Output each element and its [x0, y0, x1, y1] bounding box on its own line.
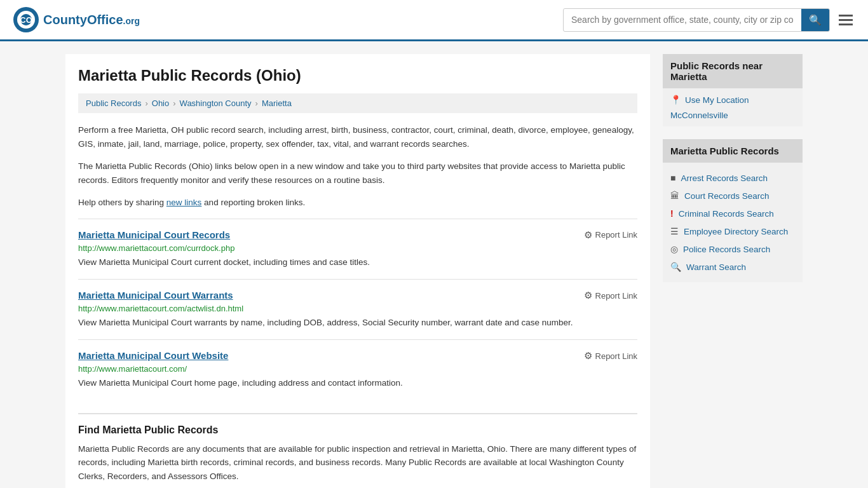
record-list: Marietta Municipal Court Records ⚙ Repor…	[78, 219, 637, 400]
report-icon-0: ⚙	[584, 229, 592, 241]
report-link-button-0[interactable]: ⚙ Report Link	[584, 229, 637, 241]
logo-org: .org	[123, 16, 140, 26]
sidebar-records-title: Marietta Public Records	[663, 139, 803, 163]
desc3-prefix: Help others by sharing	[78, 198, 166, 207]
court-records-search-link[interactable]: Court Records Search	[684, 191, 770, 201]
search-icon: 🔍	[809, 15, 822, 25]
report-link-button-1[interactable]: ⚙ Report Link	[584, 290, 637, 301]
bc-sep-3: ›	[255, 98, 258, 108]
breadcrumb-public-records[interactable]: Public Records	[86, 98, 141, 108]
sidebar-nearby-city: McConnelsville	[670, 110, 795, 120]
report-link-label-2: Report Link	[595, 351, 637, 361]
bc-sep-1: ›	[145, 98, 147, 108]
breadcrumb: Public Records › Ohio › Washington Count…	[78, 93, 637, 113]
bc-sep-2: ›	[173, 98, 175, 108]
page-title: Marietta Public Records (Ohio)	[78, 67, 637, 85]
desc3-suffix: and reporting broken links.	[201, 198, 305, 207]
police-records-icon: ◎	[670, 244, 678, 254]
court-records-icon: 🏛	[670, 191, 679, 201]
record-item-header-1: Marietta Municipal Court Warrants ⚙ Repo…	[78, 290, 637, 301]
new-links-link[interactable]: new links	[166, 198, 202, 207]
sidebar-nearby-content: 📍 Use My Location McConnelsville	[663, 88, 803, 126]
sidebar-link-item-0: ■ Arrest Records Search	[663, 169, 803, 187]
record-title-2: Marietta Municipal Court Website	[78, 350, 228, 361]
search-bar: 🔍	[563, 8, 830, 32]
sidebar-records-box: Marietta Public Records ■ Arrest Records…	[663, 139, 803, 282]
search-button[interactable]: 🔍	[801, 9, 829, 31]
menu-bar-3	[839, 24, 853, 25]
nearby-city-link[interactable]: McConnelsville	[670, 111, 728, 120]
sidebar-link-item-5: 🔍 Warrant Search	[663, 258, 803, 276]
header: CO CountyOffice.org 🔍	[0, 0, 868, 41]
sidebar-link-item-4: ◎ Police Records Search	[663, 240, 803, 258]
warrant-search-link[interactable]: Warrant Search	[686, 262, 746, 272]
description-1: Perform a free Marietta, OH public recor…	[78, 123, 637, 151]
logo-area: CO CountyOffice.org	[13, 6, 140, 33]
warrant-search-icon: 🔍	[670, 262, 681, 272]
record-title-0: Marietta Municipal Court Records	[78, 229, 230, 240]
criminal-records-search-link[interactable]: Criminal Records Search	[679, 209, 774, 219]
main-layout: Marietta Public Records (Ohio) Public Re…	[53, 41, 815, 488]
record-desc-0: View Marietta Municipal Court current do…	[78, 256, 637, 269]
breadcrumb-washington-county[interactable]: Washington County	[180, 98, 252, 108]
sidebar-nearby-box: Public Records near Marietta 📍 Use My Lo…	[663, 54, 803, 126]
find-section-title: Find Marietta Public Records	[78, 424, 637, 436]
record-item-header-2: Marietta Municipal Court Website ⚙ Repor…	[78, 350, 637, 362]
report-icon-1: ⚙	[584, 290, 592, 301]
menu-bar-1	[839, 15, 853, 17]
police-records-search-link[interactable]: Police Records Search	[683, 245, 770, 254]
employee-directory-icon: ☰	[670, 226, 679, 236]
search-input[interactable]	[564, 10, 801, 30]
menu-bar-2	[839, 19, 853, 21]
content-area: Marietta Public Records (Ohio) Public Re…	[65, 54, 650, 488]
svg-text:CO: CO	[20, 15, 32, 25]
record-desc-2: View Marietta Municipal Court home page,…	[78, 377, 637, 390]
record-item-1: Marietta Municipal Court Warrants ⚙ Repo…	[78, 279, 637, 339]
breadcrumb-marietta[interactable]: Marietta	[262, 98, 292, 108]
criminal-records-icon: !	[670, 208, 674, 219]
find-section: Find Marietta Public Records Marietta Pu…	[78, 413, 637, 484]
arrest-records-icon: ■	[670, 173, 675, 183]
record-title-1: Marietta Municipal Court Warrants	[78, 290, 233, 301]
record-item-0: Marietta Municipal Court Records ⚙ Repor…	[78, 219, 637, 279]
record-url-2: http://www.mariettacourt.com/	[78, 364, 637, 374]
sidebar-link-item-3: ☰ Employee Directory Search	[663, 222, 803, 240]
record-link-2[interactable]: Marietta Municipal Court Website	[78, 350, 228, 361]
record-link-1[interactable]: Marietta Municipal Court Warrants	[78, 290, 233, 301]
arrest-records-search-link[interactable]: Arrest Records Search	[681, 173, 768, 183]
sidebar-location: 📍 Use My Location	[670, 95, 795, 105]
sidebar-link-item-2: ! Criminal Records Search	[663, 205, 803, 222]
header-right: 🔍	[563, 8, 855, 32]
record-link-0[interactable]: Marietta Municipal Court Records	[78, 229, 230, 240]
logo-main: CountyOffice	[43, 13, 123, 27]
breadcrumb-ohio[interactable]: Ohio	[152, 98, 169, 108]
description-3: Help others by sharing new links and rep…	[78, 196, 637, 210]
record-url-1: http://www.mariettacourt.com/actwlist.dn…	[78, 304, 637, 313]
use-my-location-link[interactable]: Use My Location	[685, 95, 749, 105]
sidebar-nearby-title: Public Records near Marietta	[663, 54, 803, 88]
logo-icon: CO	[13, 6, 39, 33]
description-2: The Marietta Public Records (Ohio) links…	[78, 159, 637, 187]
sidebar-link-item-1: 🏛 Court Records Search	[663, 187, 803, 205]
record-item-header-0: Marietta Municipal Court Records ⚙ Repor…	[78, 229, 637, 241]
menu-button[interactable]	[836, 12, 855, 28]
logo-text: CountyOffice.org	[43, 13, 140, 27]
report-link-button-2[interactable]: ⚙ Report Link	[584, 350, 637, 362]
sidebar-record-links: ■ Arrest Records Search 🏛 Court Records …	[663, 163, 803, 282]
sidebar: Public Records near Marietta 📍 Use My Lo…	[663, 54, 803, 488]
report-link-label-1: Report Link	[595, 291, 637, 301]
employee-directory-search-link[interactable]: Employee Directory Search	[684, 227, 788, 236]
record-item-2: Marietta Municipal Court Website ⚙ Repor…	[78, 339, 637, 400]
record-url-0: http://www.mariettacourt.com/currdock.ph…	[78, 243, 637, 253]
report-link-label-0: Report Link	[595, 230, 637, 240]
report-icon-2: ⚙	[584, 350, 592, 362]
find-section-text: Marietta Public Records are any document…	[78, 442, 637, 484]
record-desc-1: View Marietta Municipal Court warrants b…	[78, 316, 637, 329]
location-pin-icon: 📍	[670, 95, 681, 105]
